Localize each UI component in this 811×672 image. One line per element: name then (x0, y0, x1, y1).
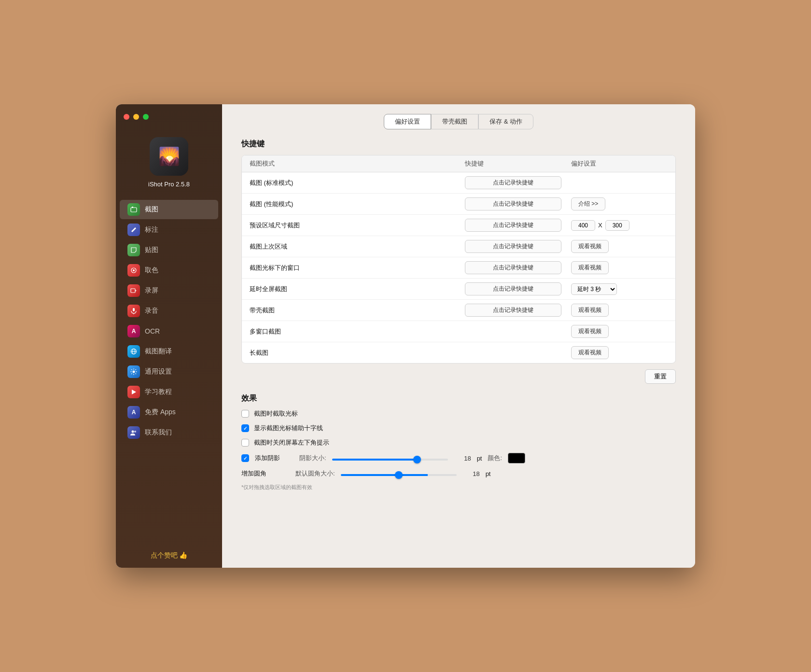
sidebar-item-settings[interactable]: 通用设置 (120, 362, 218, 381)
corner-unit: pt (486, 470, 491, 477)
effects-title: 效果 (241, 393, 676, 404)
checkbox-shadow[interactable] (241, 454, 249, 462)
sidebar-item-annotate[interactable]: 标注 (120, 220, 218, 239)
shortcuts-table: 截图模式 快捷键 偏好设置 截图 (标准模式) 点击记录快捷键 截图 (性能模式… (241, 155, 676, 364)
sidebar-item-ocr[interactable]: A OCR (120, 322, 218, 341)
pref-area: 介绍 >> (571, 197, 668, 210)
sidebar-item-color[interactable]: 取色 (120, 261, 218, 280)
shadow-label: 添加阴影 (255, 454, 294, 462)
mode-label: 带壳截图 (250, 306, 465, 315)
table-row: 多窗口截图 观看视频 (242, 321, 675, 342)
tab-bar: 偏好设置 带壳截图 保存 & 动作 (222, 104, 695, 134)
corner-slider[interactable] (341, 474, 457, 476)
watch-video-btn-8[interactable]: 观看视频 (571, 346, 609, 359)
checkbox-hide-hint[interactable] (241, 439, 249, 447)
tab-prefs[interactable]: 偏好设置 (384, 114, 431, 129)
reset-button[interactable]: 重置 (645, 369, 676, 384)
sidebar-item-screenshot[interactable]: 截图 (120, 200, 218, 219)
free-apps-icon: A (127, 406, 140, 419)
sidebar-footer[interactable]: 点个赞吧 👍 (143, 544, 196, 568)
watch-video-btn-7[interactable]: 观看视频 (571, 325, 609, 338)
width-input[interactable] (571, 220, 595, 231)
tab-shell[interactable]: 带壳截图 (431, 114, 478, 129)
show-crosshair-label: 显示截图光标辅助十字线 (254, 424, 323, 433)
svg-rect-6 (133, 308, 135, 311)
sidebar-item-tutorial[interactable]: 学习教程 (120, 382, 218, 402)
sidebar-item-record-screen[interactable]: 录屏 (120, 281, 218, 300)
shadow-row: 添加阴影 阴影大小: 18 pt 颜色: (241, 453, 676, 463)
tutorial-icon (127, 386, 140, 398)
shortcut-btn-area: 点击记录快捷键 (465, 219, 571, 232)
sidebar-label-contact: 联系我们 (145, 428, 172, 437)
table-row: 截图 (标准模式) 点击记录快捷键 (242, 172, 675, 194)
sidebar-label-record-screen: 录屏 (145, 286, 158, 295)
shortcut-btn-3[interactable]: 点击记录快捷键 (465, 240, 561, 253)
shortcut-btn-area: 点击记录快捷键 (465, 176, 571, 189)
reset-btn-area: 重置 (241, 369, 676, 384)
svg-point-3 (133, 269, 135, 271)
color-label: 颜色: (488, 454, 502, 462)
corner-slider-wrapper (341, 470, 457, 477)
pref-area: 观看视频 (571, 304, 668, 317)
shortcut-btn-6[interactable]: 点击记录快捷键 (465, 304, 561, 317)
tab-save-action[interactable]: 保存 & 动作 (478, 114, 533, 129)
sticker-icon (127, 244, 140, 256)
sidebar-item-sticker[interactable]: 贴图 (120, 240, 218, 260)
sidebar-label-free-apps: 免费 Apps (145, 408, 176, 417)
svg-marker-12 (132, 390, 136, 394)
height-input[interactable] (605, 220, 629, 231)
footer-label: 点个赞吧 👍 (151, 551, 188, 559)
record-audio-icon (127, 305, 140, 317)
col-pref: 偏好设置 (571, 159, 668, 168)
intro-btn[interactable]: 介绍 >> (571, 197, 605, 210)
app-name: iShot Pro 2.5.8 (148, 181, 190, 188)
checkbox-row-show-crosshair: 显示截图光标辅助十字线 (241, 424, 676, 433)
shortcut-btn-2[interactable]: 点击记录快捷键 (465, 219, 561, 232)
mode-label: 截图 (性能模式) (250, 200, 465, 209)
table-row: 截图 (性能模式) 点击记录快捷键 介绍 >> (242, 194, 675, 215)
translate-icon (127, 345, 140, 358)
watch-video-btn-4[interactable]: 观看视频 (571, 261, 609, 274)
watch-video-btn-3[interactable]: 观看视频 (571, 240, 609, 253)
sidebar-label-record-audio: 录音 (145, 307, 158, 315)
corner-label: 增加圆角 (241, 469, 290, 478)
shadow-value: 18 (454, 455, 471, 462)
shadow-unit: pt (477, 455, 482, 462)
table-row: 带壳截图 点击记录快捷键 观看视频 (242, 300, 675, 321)
svg-point-13 (132, 431, 134, 433)
color-swatch[interactable] (508, 453, 525, 463)
mode-label: 预设区域尺寸截图 (250, 221, 465, 230)
effects-section: 效果 截图时截取光标 显示截图光标辅助十字线 截图时关闭屏幕左下角提示 (241, 393, 676, 491)
minimize-button[interactable] (133, 114, 139, 120)
capture-cursor-label: 截图时截取光标 (254, 409, 298, 418)
corner-row: 增加圆角 默认圆角大小: 18 pt (241, 469, 676, 478)
ocr-icon: A (127, 325, 140, 337)
shortcut-btn-1[interactable]: 点击记录快捷键 (465, 197, 561, 210)
sidebar-item-contact[interactable]: 联系我们 (120, 423, 218, 442)
close-button[interactable] (124, 114, 129, 120)
sidebar-label-translate: 截图翻译 (145, 347, 172, 356)
sidebar-item-free-apps[interactable]: A 免费 Apps (120, 403, 218, 422)
pref-area: 观看视频 (571, 346, 668, 359)
x-label: X (598, 222, 602, 229)
shadow-slider[interactable] (332, 459, 448, 461)
shadow-slider-label: 阴影大小: (299, 454, 326, 462)
shortcut-btn-4[interactable]: 点击记录快捷键 (465, 261, 561, 274)
color-icon (127, 264, 140, 277)
svg-rect-4 (131, 289, 135, 293)
checkbox-capture-cursor[interactable] (241, 410, 249, 418)
sidebar-item-record-audio[interactable]: 录音 (120, 301, 218, 321)
annotate-icon (127, 224, 140, 236)
col-shortcut: 快捷键 (465, 159, 571, 168)
shortcut-btn-0[interactable]: 点击记录快捷键 (465, 176, 561, 189)
record-screen-icon (127, 284, 140, 297)
table-row: 截图上次区域 点击记录快捷键 观看视频 (242, 236, 675, 257)
checkbox-show-crosshair[interactable] (241, 424, 249, 432)
shortcut-btn-5[interactable]: 点击记录快捷键 (465, 282, 561, 295)
app-icon-area: 🌄 iShot Pro 2.5.8 (116, 129, 222, 197)
sidebar-item-translate[interactable]: 截图翻译 (120, 342, 218, 361)
delay-select[interactable]: 延时 3 秒 延时 5 秒 延时 10 秒 (571, 283, 617, 295)
watch-video-btn-6[interactable]: 观看视频 (571, 304, 609, 317)
maximize-button[interactable] (143, 114, 149, 120)
contact-icon (127, 426, 140, 439)
